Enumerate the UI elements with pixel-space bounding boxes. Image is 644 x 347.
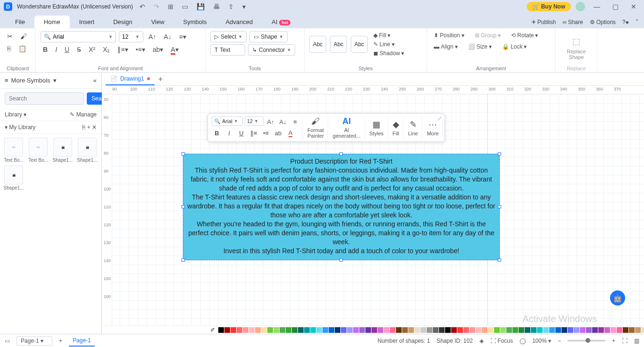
color-swatch[interactable] <box>525 327 530 333</box>
color-swatch[interactable] <box>433 327 438 333</box>
collapse-ribbon-icon[interactable]: ˄ <box>636 19 638 25</box>
ctx-font-size[interactable]: 12▼ <box>245 116 264 126</box>
my-library-section[interactable]: ▾ My Library ⎘ + ✕ <box>0 121 101 134</box>
color-swatch[interactable] <box>439 327 445 333</box>
color-swatch[interactable] <box>421 327 426 333</box>
color-swatch[interactable] <box>500 327 506 333</box>
focus-toggle[interactable]: ⛶ Focus <box>490 338 513 344</box>
color-swatch[interactable] <box>396 327 402 333</box>
color-swatch[interactable] <box>292 327 297 333</box>
style-preset-2[interactable]: Abc <box>330 36 347 53</box>
select-tool[interactable]: ▷ Select▼ <box>210 31 247 42</box>
layers-icon[interactable]: ◈ <box>479 338 484 344</box>
color-swatch[interactable] <box>218 327 224 333</box>
tab-symbols[interactable]: Symbols <box>174 16 216 28</box>
avatar[interactable] <box>576 2 585 11</box>
undo-icon[interactable]: ↶ <box>138 3 147 10</box>
ctx-ai-generated[interactable]: AIAI generated... <box>329 116 365 140</box>
strike-icon[interactable]: S̶ <box>74 44 83 55</box>
color-swatch[interactable] <box>451 327 457 333</box>
ctx-fill[interactable]: ◆Fill <box>389 116 404 140</box>
color-swatch[interactable] <box>537 327 543 333</box>
close-icon[interactable]: ✕ <box>627 3 640 10</box>
color-swatch[interactable] <box>506 327 512 333</box>
open-icon[interactable]: ▭ <box>180 3 190 10</box>
share-button[interactable]: ∞ Share <box>562 19 583 25</box>
font-size-input[interactable] <box>122 33 133 40</box>
color-swatch[interactable] <box>586 327 592 333</box>
color-swatch[interactable] <box>512 327 518 333</box>
maximize-icon[interactable]: ▢ <box>609 3 622 10</box>
underline-icon[interactable]: U <box>62 44 72 55</box>
library-dropdown[interactable]: Library ▾ <box>5 111 26 118</box>
line-button[interactable]: ✎ Line▾ <box>372 40 406 49</box>
list-item[interactable]: txtText Bo... <box>3 138 25 163</box>
ctx-highlight-icon[interactable]: ab <box>273 128 283 138</box>
eyedropper-icon[interactable]: ✐ <box>210 327 215 333</box>
add-page-button[interactable]: + <box>59 338 62 344</box>
color-swatch[interactable] <box>365 327 371 333</box>
color-swatch[interactable] <box>298 327 304 333</box>
redo-icon[interactable]: ↷ <box>152 3 161 10</box>
color-swatch[interactable] <box>482 327 487 333</box>
line-spacing-icon[interactable]: ‖≡▾ <box>115 44 130 55</box>
lock-button[interactable]: 🔒 Lock▾ <box>500 42 528 51</box>
list-item[interactable]: 👪Shape1... <box>76 138 98 163</box>
resize-handle[interactable] <box>339 258 343 262</box>
manage-button[interactable]: ✎ Manage <box>70 111 97 118</box>
color-swatch[interactable] <box>316 327 322 333</box>
ctx-underline-icon[interactable]: U <box>236 128 247 138</box>
style-preset-1[interactable]: Abc <box>309 36 326 53</box>
export-icon[interactable]: ⇪ <box>226 3 236 10</box>
minimize-icon[interactable]: — <box>590 3 604 10</box>
ctx-align-icon[interactable]: ≡ <box>290 116 300 127</box>
page-tab[interactable]: Page-1 <box>69 335 95 347</box>
font-color-icon[interactable]: A▾ <box>168 44 181 55</box>
panel-toggle-icon[interactable]: ▥ <box>634 338 639 344</box>
tab-view[interactable]: View <box>142 16 174 28</box>
ctx-close-icon[interactable]: ⤢ <box>438 116 442 122</box>
lib-close-icon[interactable]: ✕ <box>92 124 97 131</box>
zoom-level[interactable]: 100% ▾ <box>532 338 551 344</box>
color-swatch[interactable] <box>580 327 586 333</box>
color-swatch[interactable] <box>408 327 414 333</box>
color-swatch[interactable] <box>549 327 555 333</box>
resize-handle[interactable] <box>182 258 185 262</box>
zoom-slider[interactable] <box>568 340 605 341</box>
color-swatch[interactable] <box>445 327 451 333</box>
color-swatch[interactable] <box>237 327 242 333</box>
lib-copy-icon[interactable]: ⎘ <box>82 124 85 131</box>
resize-handle[interactable] <box>498 152 501 156</box>
color-swatch[interactable] <box>347 327 353 333</box>
buy-now-button[interactable]: 🛒 Buy Now <box>527 2 571 11</box>
print-icon[interactable]: 🖶 <box>211 3 222 10</box>
text-tool[interactable]: T Text <box>210 44 245 56</box>
highlight-icon[interactable]: ab▾ <box>150 44 166 55</box>
ctx-bold-icon[interactable]: B <box>212 128 222 138</box>
color-swatch[interactable] <box>341 327 347 333</box>
tab-advanced[interactable]: Advanced <box>216 16 262 28</box>
text-shape[interactable]: Product Description for Red T-Shirt This… <box>183 154 500 260</box>
color-swatch[interactable] <box>531 327 537 333</box>
resize-handle[interactable] <box>182 152 185 156</box>
search-input[interactable] <box>5 92 84 105</box>
font-name-input[interactable] <box>53 33 107 40</box>
ctx-spacing-icon[interactable]: ‖≡ <box>248 128 259 138</box>
resize-handle[interactable] <box>182 205 185 208</box>
color-swatch[interactable] <box>280 327 285 333</box>
page-select[interactable]: Page-1 ▾ <box>17 336 52 346</box>
color-swatch[interactable] <box>335 327 340 333</box>
color-swatch[interactable] <box>390 327 396 333</box>
color-swatch[interactable] <box>476 327 481 333</box>
ctx-styles[interactable]: ▦Styles <box>366 116 388 140</box>
ctx-dec-font-icon[interactable]: A↓ <box>278 116 288 127</box>
ctx-inc-font-icon[interactable]: A↑ <box>265 116 276 127</box>
ctx-format-painter[interactable]: 🖌Format Painter <box>304 116 328 140</box>
fit-page-icon[interactable]: ◯ <box>520 338 526 344</box>
color-swatch[interactable] <box>255 327 261 333</box>
zoom-out-icon[interactable]: − <box>558 338 561 344</box>
color-swatch[interactable] <box>261 327 267 333</box>
list-item[interactable]: 👪Shape1... <box>3 165 25 190</box>
decrease-font-icon[interactable]: A↓ <box>161 32 173 42</box>
color-swatch[interactable] <box>304 327 310 333</box>
